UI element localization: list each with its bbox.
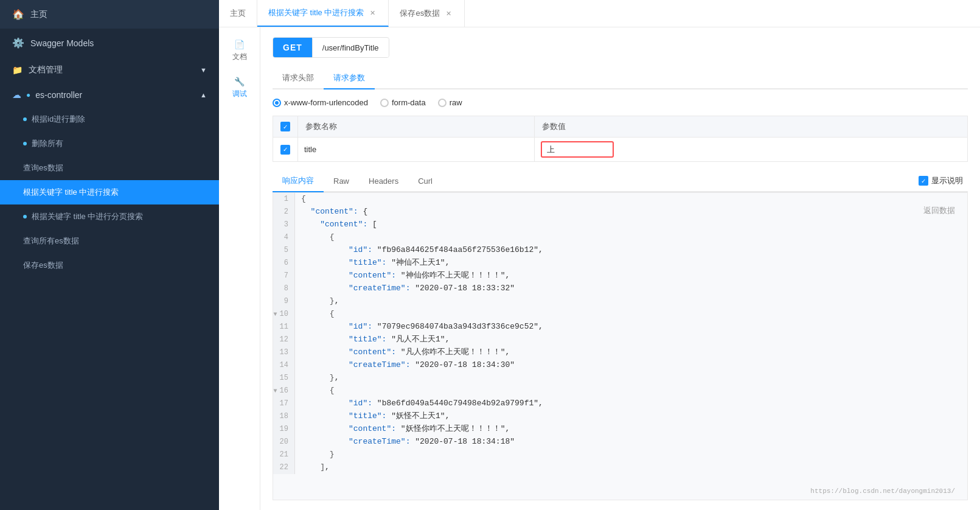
radio-formdata[interactable]: form-data xyxy=(380,98,426,107)
resp-tab-raw[interactable]: Raw xyxy=(324,172,359,192)
fold-icon[interactable] xyxy=(277,375,280,382)
sidebar-item-swagger[interactable]: ⚙️ Swagger Models xyxy=(0,29,219,57)
code-line: 3 "content": [ xyxy=(273,218,967,231)
show-desc-label: 显示说明 xyxy=(931,175,963,186)
code-line: 7 "content": "神仙你咋不上天呢！！！！", xyxy=(273,270,967,282)
line-number: 15 xyxy=(273,372,295,385)
code-line: ▼16 { xyxy=(273,385,967,397)
radio-urlencoded[interactable]: x-www-form-urlencoded xyxy=(273,98,368,107)
col-param-value: 参数值 xyxy=(534,116,967,138)
fold-icon[interactable] xyxy=(282,273,284,279)
sidebar-child-delete-all[interactable]: 删除所有 xyxy=(0,131,219,156)
left-panel-debug-label: 调试 xyxy=(232,89,247,99)
param-checkbox[interactable]: ✓ xyxy=(280,145,290,155)
tab-home[interactable]: 主页 xyxy=(219,0,257,27)
line-number: 5 xyxy=(273,244,295,257)
fold-icon[interactable] xyxy=(277,439,280,445)
line-content: { xyxy=(295,308,335,321)
sidebar-home-label: 主页 xyxy=(30,9,47,20)
fold-icon[interactable] xyxy=(282,222,284,228)
fold-icon[interactable]: ▼ xyxy=(274,311,280,318)
sidebar-item-home[interactable]: 🏠 主页 xyxy=(0,0,219,29)
show-desc-checkbox[interactable]: ✓ xyxy=(919,176,928,186)
chevron-down-icon: ▼ xyxy=(200,66,207,74)
line-number: 20 xyxy=(273,436,295,449)
line-content: { xyxy=(295,385,335,397)
left-panel-debug[interactable]: 🔧 调试 xyxy=(219,71,260,105)
debug-panel-icon: 🔧 xyxy=(234,77,245,86)
method-bar: GET /user/findByTitle xyxy=(273,37,389,58)
sidebar-section-doc-mgmt[interactable]: 📁 文档管理 ▼ xyxy=(0,57,219,83)
line-content: "createTime": "2020-07-18 18:34:18" xyxy=(295,436,515,449)
resp-tab-curl[interactable]: Curl xyxy=(408,172,442,192)
fold-icon[interactable] xyxy=(277,452,280,458)
sidebar-child-label: 根据关键字 title 中进行分页搜索 xyxy=(32,211,143,222)
radio-raw-label: raw xyxy=(450,98,462,107)
code-area[interactable]: 返回数据 1{2 "content": {3 "content": [4 {5 … xyxy=(273,192,968,500)
line-number: 8 xyxy=(273,282,295,295)
fold-icon[interactable] xyxy=(277,362,280,369)
line-number: 9 xyxy=(273,295,295,308)
fold-icon[interactable]: ▼ xyxy=(274,388,280,394)
line-number: ▼10 xyxy=(273,308,295,321)
sidebar-es-controller-header[interactable]: ☁ ● es-controller ▲ xyxy=(0,83,219,107)
resp-tab-content[interactable]: 响应内容 xyxy=(273,170,324,192)
fold-icon[interactable] xyxy=(277,426,280,433)
fold-icon[interactable] xyxy=(282,260,284,267)
param-name-cell: title xyxy=(298,138,535,162)
param-value-input[interactable] xyxy=(541,141,614,158)
radio-raw-circle xyxy=(438,99,447,107)
code-line: 19 "content": "妖怪你咋不上天呢！！！！", xyxy=(273,423,967,436)
line-number: 12 xyxy=(273,334,295,346)
resp-tab-headers[interactable]: Headers xyxy=(359,172,408,192)
fold-icon[interactable] xyxy=(282,285,284,292)
param-row-0: ✓ title xyxy=(273,138,968,162)
code-line: 6 "title": "神仙不上天1", xyxy=(273,257,967,270)
line-number: 11 xyxy=(273,321,295,334)
resp-tab-right: ✓ 显示说明 xyxy=(919,175,968,186)
line-number: 6 xyxy=(273,257,295,270)
left-panel: 📄 文档 🔧 调试 xyxy=(219,27,260,510)
fold-icon[interactable] xyxy=(277,337,280,343)
sidebar-child-search-by-title[interactable]: 根据关键字 title 中进行搜索 xyxy=(0,180,219,204)
code-line: 22 ], xyxy=(273,461,967,474)
sidebar-child-delete-by-id[interactable]: 根据id进行删除 xyxy=(0,107,219,131)
code-lines-container: 1{2 "content": {3 "content": [4 {5 "id":… xyxy=(273,193,967,474)
chevron-up-icon: ▲ xyxy=(200,91,207,99)
line-content: "title": "凡人不上天1", xyxy=(295,334,450,346)
line-number: 4 xyxy=(273,231,295,244)
sub-tab-params[interactable]: 请求参数 xyxy=(324,68,375,89)
select-all-checkbox[interactable]: ✓ xyxy=(280,122,290,131)
tab-save-es[interactable]: 保存es数据 ✕ xyxy=(389,0,465,27)
sidebar-child-label: 删除所有 xyxy=(32,138,63,149)
radio-formdata-label: form-data xyxy=(392,98,426,107)
fold-icon[interactable] xyxy=(282,247,284,254)
fold-icon[interactable] xyxy=(282,298,284,305)
sub-tab-headers[interactable]: 请求头部 xyxy=(273,68,324,89)
home-icon: 🏠 xyxy=(12,9,24,20)
param-row-check[interactable]: ✓ xyxy=(273,138,298,162)
fold-icon[interactable] xyxy=(282,196,284,203)
sidebar-child-query-all[interactable]: 查询所有es数据 xyxy=(0,229,219,253)
line-number: 22 xyxy=(273,461,295,474)
left-panel-doc[interactable]: 📄 文档 xyxy=(219,33,260,68)
fold-icon[interactable] xyxy=(277,413,280,420)
tab-save-close[interactable]: ✕ xyxy=(443,9,453,18)
sidebar-child-label: 根据关键字 title 中进行搜索 xyxy=(23,187,119,198)
fold-icon[interactable] xyxy=(277,324,280,330)
tab-search-close[interactable]: ✕ xyxy=(367,8,377,18)
radio-raw[interactable]: raw xyxy=(438,98,462,107)
tab-search-by-title[interactable]: 根据关键字 title 中进行搜索 ✕ xyxy=(257,0,389,27)
fold-icon[interactable] xyxy=(277,400,280,407)
sidebar-child-save-es[interactable]: 保存es数据 xyxy=(0,253,219,278)
param-value-cell[interactable] xyxy=(534,138,967,162)
sidebar-child-query-es[interactable]: 查询es数据 xyxy=(0,156,219,180)
sidebar-child-page-search-by-title[interactable]: 根据关键字 title 中进行分页搜索 xyxy=(0,204,219,229)
sidebar-child-label: 根据id进行删除 xyxy=(32,114,85,125)
fold-icon[interactable] xyxy=(282,209,284,215)
line-number: 14 xyxy=(273,359,295,372)
fold-icon[interactable] xyxy=(277,464,280,471)
code-line: ▼10 { xyxy=(273,308,967,321)
fold-icon[interactable] xyxy=(282,234,284,241)
fold-icon[interactable] xyxy=(277,349,280,356)
